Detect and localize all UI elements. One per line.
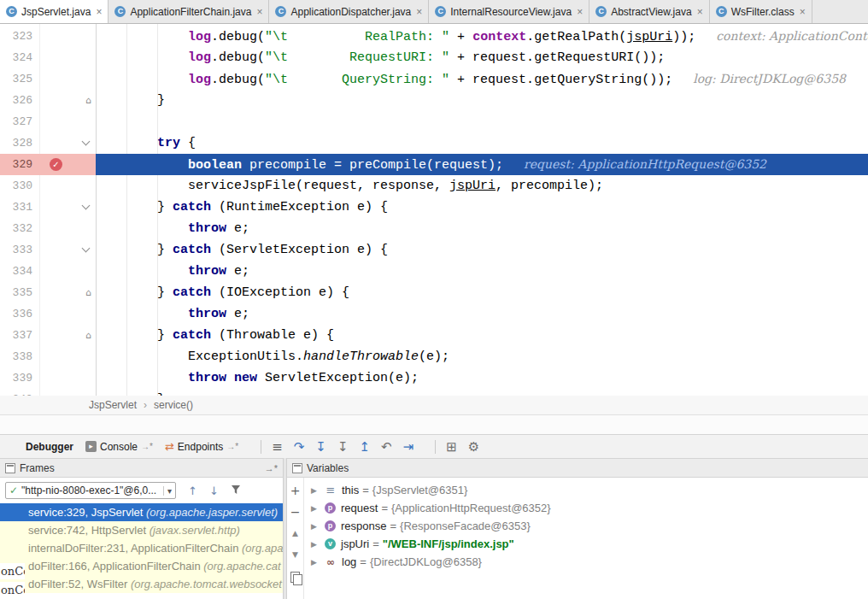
layout-menu-icon[interactable]: ≡ [272,435,283,459]
stack-frame-row[interactable]: service:329, JspServlet (org.apache.jasp… [0,503,283,521]
tab-close-icon[interactable]: × [256,7,262,17]
code-line[interactable]: } [96,389,868,396]
gutter-breakpoint-area[interactable] [39,111,96,132]
gutter-breakpoint-area[interactable] [39,303,96,325]
code-line[interactable]: } catch (RuntimeException e) { [96,197,868,218]
fold-start-icon[interactable] [82,202,91,210]
equals-sign: = [381,502,388,514]
code-line-row: 340 } [0,389,868,396]
code-line[interactable]: throw e; [96,218,868,239]
gutter-breakpoint-area[interactable] [39,261,96,282]
stack-frame-row[interactable]: service:742, HttpServlet (javax.servlet.… [0,521,283,539]
breakpoint-icon[interactable]: ✓ [50,158,62,171]
code-line[interactable]: log.debug("\t RequestURI: " + request.ge… [96,47,868,68]
tab-endpoints[interactable]: ⇄ Endpoints →* [165,440,238,453]
expand-chevron-icon[interactable]: ▶ [311,558,323,567]
code-line[interactable]: throw e; [96,303,868,325]
editor-tab-abstractview[interactable]: C AbstractView.java × [589,0,710,23]
code-line[interactable]: throw new ServletException(e); [96,367,868,389]
thread-dropdown[interactable]: ✓ "http-nio-8080-exec-1"@6,0... ▾ [5,482,176,499]
code-line[interactable]: } catch (IOException e) { [96,282,868,303]
fold-start-icon[interactable] [82,244,91,253]
code-line[interactable]: try { [96,132,868,154]
variable-row[interactable]: ▶ v jspUri = "/WEB-INF/jsp/index.jsp" [304,535,868,553]
copy-icon[interactable] [290,572,300,583]
breadcrumb-method[interactable]: service() [154,399,193,411]
code-line[interactable]: throw e; [96,261,868,282]
code-line[interactable]: boolean precompile = preCompile(request)… [96,154,868,175]
table-view-icon[interactable]: ⊞ [446,435,457,459]
step-into-icon[interactable]: ↧ [315,435,326,459]
fold-end-icon[interactable]: ⌂ [85,282,91,303]
gutter-breakpoint-area[interactable] [39,68,96,90]
stack-frame-row[interactable]: internalDoFilter:231, ApplicationFilterC… [0,539,283,557]
variables-toolbar: + − ▲ ▼ [287,478,304,599]
gutter-breakpoint-area[interactable]: ⌂ [39,325,96,346]
tab-close-icon[interactable]: × [697,7,703,17]
gutter-breakpoint-area[interactable] [39,367,96,389]
expand-chevron-icon[interactable]: ▶ [311,486,323,495]
gutter-breakpoint-area[interactable] [39,175,96,197]
gutter-breakpoint-area[interactable] [39,218,96,239]
code-line[interactable] [96,111,868,132]
code-line[interactable]: } catch (Throwable e) { [96,325,868,346]
gutter-breakpoint-area[interactable]: ⌂ [39,282,96,303]
editor-tab-internalresourceview[interactable]: C InternalResourceView.java × [429,0,589,23]
variable-row[interactable]: ▶ p request = {ApplicationHttpRequest@63… [304,499,868,517]
tab-console[interactable]: ▸ Console →* [85,441,153,453]
move-up-icon[interactable]: ▲ [292,527,298,539]
settings-icon[interactable]: ⚙ [468,435,479,459]
code-line[interactable]: } [96,90,868,111]
tab-close-icon[interactable]: × [416,7,422,17]
gutter-breakpoint-area[interactable]: ✓ [39,154,96,175]
variable-row[interactable]: ▶ ≡ this = {JspServlet@6351} [304,481,868,499]
gutter-breakpoint-area[interactable] [39,346,96,367]
remove-watch-icon[interactable]: − [290,506,301,518]
code-line[interactable]: log.debug("\t QueryString: " + request.g… [96,68,868,90]
expand-chevron-icon[interactable]: ▶ [311,504,323,513]
fold-start-icon[interactable] [82,138,91,146]
gutter-breakpoint-area[interactable]: ⌂ [39,90,96,111]
editor-tab-applicationdispatcher[interactable]: C ApplicationDispatcher.java × [269,0,429,23]
code-editor[interactable]: 323 log.debug("\t RealPath: " + context.… [0,24,868,396]
fold-end-icon[interactable]: ⌂ [85,90,91,111]
variable-row[interactable]: ▶ p response = {ResponseFacade@6353} [304,517,868,535]
editor-tab-applicationfilterchain[interactable]: C ApplicationFilterChain.java × [108,0,269,23]
next-frame-icon[interactable]: ↓ [209,484,219,497]
code-line[interactable]: } catch (ServletException e) { [96,239,868,261]
force-step-into-icon[interactable]: ↧ [337,435,349,459]
run-to-cursor-icon[interactable]: ⇥ [403,435,414,459]
tab-close-icon[interactable]: × [800,7,806,17]
code-line[interactable]: ExceptionUtils.handleThrowable(e); [96,346,868,367]
tab-debugger[interactable]: Debugger [26,441,73,453]
previous-frame-icon[interactable]: ↑ [188,484,197,497]
editor-tab-wsfilter[interactable]: C WsFilter.class × [710,0,812,23]
gutter-breakpoint-area[interactable] [39,389,96,396]
stack-frame-row[interactable]: doFilter:52, WsFilter (org.apache.tomcat… [0,575,283,593]
code-line[interactable]: serviceJspFile(request, response, jspUri… [96,175,868,197]
gutter-breakpoint-area[interactable] [39,26,96,47]
expand-chevron-icon[interactable]: ▶ [311,522,323,531]
drop-frame-icon[interactable]: ↶ [381,435,392,459]
add-watch-icon[interactable]: + [290,484,301,496]
breadcrumb: JspServlet › service() [0,396,868,415]
editor-tab-jspservlet[interactable]: C JspServlet.java × [0,0,108,23]
tab-close-icon[interactable]: × [577,7,583,17]
expand-chevron-icon[interactable]: ▶ [311,540,323,549]
tab-close-icon[interactable]: × [96,7,102,17]
code-line[interactable]: log.debug("\t RealPath: " + context.getR… [96,26,868,47]
fold-end-icon[interactable]: ⌂ [85,325,91,346]
step-over-icon[interactable]: ↷ [294,435,305,459]
breadcrumb-class[interactable]: JspServlet [89,399,137,411]
gutter-breakpoint-area[interactable] [39,132,96,154]
frames-panel-icon [5,463,15,473]
gutter-breakpoint-area[interactable] [39,239,96,261]
step-out-icon[interactable]: ↥ [359,435,370,459]
move-down-icon[interactable]: ▼ [292,549,298,561]
stack-frame-row[interactable]: doFilter:166, ApplicationFilterChain (or… [0,557,283,575]
gutter-breakpoint-area[interactable] [39,197,96,218]
filter-funnel-icon[interactable] [231,484,241,497]
variable-row[interactable]: ▶ ∞ log = {DirectJDKLog@6358} [304,553,868,571]
gutter-breakpoint-area[interactable] [39,47,96,68]
hide-panel-icon[interactable]: →* [265,463,278,473]
